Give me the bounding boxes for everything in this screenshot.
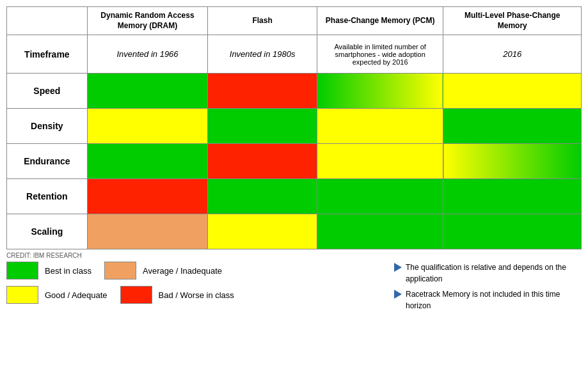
cell-endurance-3 bbox=[443, 144, 582, 179]
legend-box-yellow bbox=[6, 286, 38, 304]
cell-density-3 bbox=[443, 109, 582, 144]
comparison-table: Dynamic Random Access Memory (DRAM) Flas… bbox=[6, 6, 582, 249]
note-text-2: Racetrack Memory is not included in this… bbox=[406, 288, 582, 311]
legend-label-orange: Average / Inadequate bbox=[143, 266, 222, 276]
legend-item-green: Best in class bbox=[6, 262, 91, 280]
bottom-area: Best in class Average / Inadequate Good … bbox=[6, 262, 582, 315]
note-item-2: Racetrack Memory is not included in this… bbox=[394, 288, 582, 311]
row-header-retention: Retention bbox=[7, 179, 88, 214]
cell-timeframe-3: 2016 bbox=[443, 35, 582, 74]
bullet-icon-2 bbox=[394, 290, 402, 299]
cell-retention-0 bbox=[87, 179, 208, 214]
credit-text: CREDIT: IBM RESEARCH bbox=[6, 252, 582, 259]
cell-speed-3 bbox=[443, 74, 582, 109]
cell-scaling-3 bbox=[443, 214, 582, 249]
cell-speed-1 bbox=[208, 74, 317, 109]
table-row: Density bbox=[7, 109, 582, 144]
table-row: Endurance bbox=[7, 144, 582, 179]
legend-label-yellow: Good / Adequate bbox=[45, 290, 107, 300]
cell-endurance-2 bbox=[317, 144, 443, 179]
bullet-icon-1 bbox=[394, 263, 402, 272]
cell-density-1 bbox=[208, 109, 317, 144]
col-header-empty bbox=[7, 7, 88, 35]
legend-row-1: Best in class Average / Inadequate bbox=[6, 262, 381, 280]
legend-section: Best in class Average / Inadequate Good … bbox=[6, 262, 381, 315]
legend-label-red: Bad / Worse in class bbox=[159, 290, 234, 300]
table-row: Speed bbox=[7, 74, 582, 109]
legend-row-2: Good / Adequate Bad / Worse in class bbox=[6, 286, 381, 304]
col-header-dram: Dynamic Random Access Memory (DRAM) bbox=[87, 7, 208, 35]
cell-scaling-2 bbox=[317, 214, 443, 249]
cell-timeframe-0: Invented in 1966 bbox=[87, 35, 208, 74]
row-header-density: Density bbox=[7, 109, 88, 144]
cell-scaling-1 bbox=[208, 214, 317, 249]
col-header-mlpcm: Multi-Level Phase-Change Memory bbox=[443, 7, 582, 35]
col-header-pcm: Phase-Change Memory (PCM) bbox=[317, 7, 443, 35]
cell-retention-1 bbox=[208, 179, 317, 214]
cell-endurance-0 bbox=[87, 144, 208, 179]
note-text-1: The qualification is relative and depend… bbox=[406, 262, 582, 285]
table-row: TimeframeInvented in 1966Invented in 198… bbox=[7, 35, 582, 74]
row-header-scaling: Scaling bbox=[7, 214, 88, 249]
legend-box-green bbox=[6, 262, 38, 280]
col-header-flash: Flash bbox=[208, 7, 317, 35]
cell-retention-2 bbox=[317, 179, 443, 214]
legend-item-yellow: Good / Adequate bbox=[6, 286, 107, 304]
legend-box-orange bbox=[104, 262, 136, 280]
note-item-1: The qualification is relative and depend… bbox=[394, 262, 582, 285]
notes-section: The qualification is relative and depend… bbox=[381, 262, 582, 315]
cell-speed-2 bbox=[317, 74, 443, 109]
row-header-timeframe: Timeframe bbox=[7, 35, 88, 74]
cell-retention-3 bbox=[443, 179, 582, 214]
cell-speed-0 bbox=[87, 74, 208, 109]
legend-box-red bbox=[120, 286, 152, 304]
cell-timeframe-2: Available in limited number of smartphon… bbox=[317, 35, 443, 74]
cell-density-0 bbox=[87, 109, 208, 144]
table-row: Scaling bbox=[7, 214, 582, 249]
cell-endurance-1 bbox=[208, 144, 317, 179]
row-header-endurance: Endurance bbox=[7, 144, 88, 179]
legend-item-red: Bad / Worse in class bbox=[120, 286, 234, 304]
row-header-speed: Speed bbox=[7, 74, 88, 109]
cell-density-2 bbox=[317, 109, 443, 144]
table-row: Retention bbox=[7, 179, 582, 214]
cell-timeframe-1: Invented in 1980s bbox=[208, 35, 317, 74]
legend-label-green: Best in class bbox=[45, 266, 91, 276]
cell-scaling-0 bbox=[87, 214, 208, 249]
legend-item-orange: Average / Inadequate bbox=[104, 262, 222, 280]
